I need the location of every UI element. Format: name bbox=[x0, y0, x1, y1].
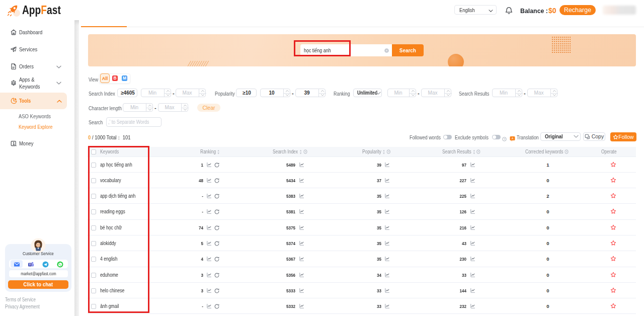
svg-text:?: ? bbox=[566, 150, 567, 153]
svg-text:A: A bbox=[512, 137, 514, 140]
svg-text:?: ? bbox=[388, 150, 389, 153]
svg-text:?: ? bbox=[478, 150, 479, 153]
svg-text:?: ? bbox=[504, 138, 505, 141]
svg-text:?: ? bbox=[304, 150, 306, 153]
